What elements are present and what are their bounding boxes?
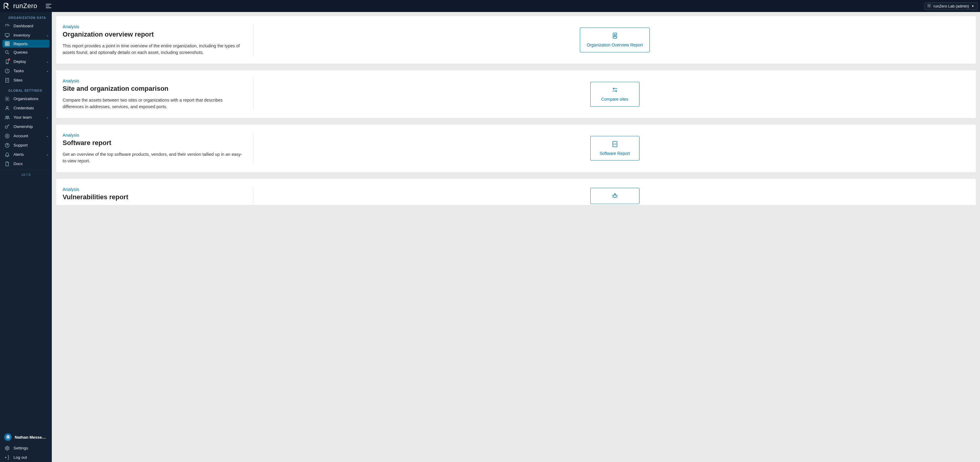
report-card-org-overview: Analysis Organization overview report Th… (56, 16, 976, 64)
button-label: Software Report (600, 151, 630, 156)
svg-point-7 (7, 63, 8, 63)
team-icon (5, 115, 10, 120)
sidebar-item-alerts[interactable]: Alerts ⌄ (0, 150, 52, 159)
svg-point-18 (5, 143, 9, 147)
logout-icon (5, 455, 10, 460)
chevron-down-icon: ⌄ (46, 134, 49, 138)
menu-toggle-icon[interactable] (44, 2, 53, 10)
report-title: Organization overview report (63, 30, 245, 38)
logo-icon (2, 2, 11, 11)
sidebar-item-queries[interactable]: Queries (0, 48, 52, 57)
sidebar-item-label: Reports (13, 41, 46, 46)
org-overview-report-button[interactable]: Organization Overview Report (580, 27, 650, 52)
svg-rect-4 (5, 41, 9, 46)
dashboard-icon (5, 23, 10, 29)
swap-arrows-icon (611, 86, 619, 94)
section-title-org: ORGANIZATION DATA (0, 12, 52, 21)
avatar (4, 433, 12, 441)
sidebar-item-label: Deploy (13, 59, 43, 64)
svg-rect-25 (613, 142, 617, 147)
sidebar-item-label: Credentials (13, 106, 49, 110)
svg-point-0 (6, 3, 8, 5)
report-overline: Analysis (63, 78, 245, 83)
sidebar-item-credentials[interactable]: Credentials (0, 104, 52, 113)
svg-point-12 (6, 106, 8, 108)
report-title: Software report (63, 139, 245, 147)
sidebar-item-ownership[interactable]: Ownership (0, 122, 52, 131)
tasks-icon (5, 69, 10, 74)
report-overline: Analysis (63, 132, 245, 137)
app-version: v3.7.9 (0, 170, 52, 180)
section-title-global: GLOBAL SETTINGS (0, 85, 52, 94)
user-block[interactable]: Nathan Messenger (0, 431, 52, 443)
sidebar-item-inventory[interactable]: Inventory ⌄ (0, 30, 52, 40)
sidebar-item-sites[interactable]: Sites (0, 75, 52, 85)
svg-point-15 (5, 126, 8, 128)
software-report-button[interactable]: Software Report (590, 136, 640, 161)
sidebar-item-deploy[interactable]: Deploy ⌄ (0, 57, 52, 66)
code-doc-icon (611, 140, 619, 148)
sidebar-item-docs[interactable]: Docs (0, 159, 52, 168)
chevron-down-icon: ⌄ (46, 153, 49, 156)
sidebar-item-label: Docs (13, 161, 49, 166)
chevron-down-icon: ⌄ (46, 60, 49, 64)
svg-point-24 (614, 35, 616, 36)
credentials-icon (5, 105, 10, 111)
sidebar-item-support[interactable]: Support (0, 140, 52, 150)
reports-icon (5, 41, 10, 46)
app-logo[interactable]: runZero (2, 2, 37, 11)
org-switcher[interactable]: runZero Lab (admin) ▼ (924, 2, 978, 10)
sites-icon (5, 78, 10, 83)
compare-sites-button[interactable]: Compare sites (590, 82, 640, 106)
support-icon (5, 143, 10, 148)
svg-rect-9 (6, 78, 9, 83)
sidebar-item-logout[interactable]: Log out (0, 453, 52, 462)
sidebar-item-account[interactable]: Account ⌄ (0, 131, 52, 140)
chevron-down-icon: ⌄ (46, 33, 49, 37)
org-icon (927, 3, 931, 9)
svg-point-22 (6, 447, 8, 449)
svg-point-5 (5, 51, 8, 53)
sidebar-item-label: Sites (13, 78, 49, 83)
report-card-vulnerabilities: Analysis Vulnerabilities report (56, 179, 976, 205)
svg-rect-2 (928, 5, 930, 6)
docs-icon (5, 161, 10, 167)
vulnerabilities-report-button[interactable] (590, 188, 640, 204)
caret-down-icon: ▼ (971, 5, 974, 8)
sidebar-item-label: Alerts (13, 152, 43, 157)
svg-point-17 (6, 135, 8, 137)
bug-icon (611, 192, 619, 199)
sidebar-item-label: Settings (13, 446, 49, 450)
report-description: This report provides a point in time ove… (63, 43, 245, 56)
settings-icon (5, 446, 10, 451)
app-name: runZero (13, 2, 37, 10)
report-card-software: Analysis Software report Get an overview… (56, 125, 976, 172)
svg-rect-3 (5, 33, 9, 36)
notification-dot (8, 59, 10, 61)
queries-icon (5, 50, 10, 55)
topbar: runZero runZero Lab (admin) ▼ (0, 0, 980, 12)
sidebar-item-settings[interactable]: Settings (0, 443, 52, 453)
chevron-down-icon: ⌄ (46, 69, 49, 73)
svg-rect-26 (614, 195, 616, 198)
sidebar-item-tasks[interactable]: Tasks ⌄ (0, 66, 52, 75)
sidebar-item-your-team[interactable]: Your team ⌄ (0, 113, 52, 122)
sidebar-item-label: Tasks (13, 69, 43, 73)
user-name: Nathan Messenger (15, 435, 48, 440)
sidebar-item-reports[interactable]: Reports (2, 40, 49, 48)
sidebar-item-label: Organizations (13, 97, 49, 101)
svg-point-13 (6, 116, 7, 118)
report-title: Site and organization comparison (63, 85, 245, 92)
sidebar-item-label: Ownership (13, 124, 49, 129)
account-icon (5, 133, 10, 139)
report-overline: Analysis (63, 24, 245, 29)
button-label: Organization Overview Report (587, 42, 643, 48)
sidebar-item-dashboard[interactable]: Dashboard (0, 21, 52, 30)
sidebar-item-organizations[interactable]: Organizations (0, 94, 52, 104)
sidebar-item-label: Inventory (13, 33, 43, 37)
report-card-site-comparison: Analysis Site and organization compariso… (56, 70, 976, 118)
inventory-icon (5, 33, 10, 38)
sidebar: ORGANIZATION DATA Dashboard Inventory ⌄ … (0, 12, 52, 462)
report-title: Vulnerabilities report (63, 193, 245, 201)
badge-id-icon (611, 32, 619, 39)
